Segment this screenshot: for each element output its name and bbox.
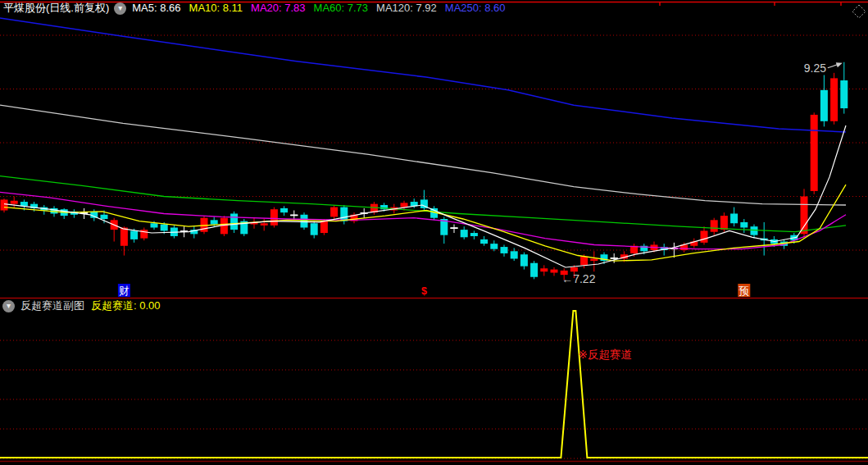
stock-title: 平煤股份(日线.前复权) [3,2,109,14]
candle [590,251,598,271]
candle [261,219,268,230]
candle [611,253,618,263]
candle [701,226,708,244]
ma-values: MA5: 8.66MA10: 8.11MA20: 7.83MA60: 7.73M… [132,2,513,14]
ma-value-ma20: MA20: 7.83 [251,2,306,14]
event-marker[interactable]: 预 [738,284,750,297]
candle [530,261,538,279]
candle [40,205,48,215]
chevron-down-icon[interactable]: ▾ [114,2,126,15]
ma-value-ma10: MA10: 8.11 [189,2,243,14]
header-bar: 平煤股份(日线.前复权)▾MA5: 8.66MA10: 8.11MA20: 7.… [3,1,514,15]
candle [740,219,748,233]
candle [11,197,18,208]
candle [70,209,78,217]
ma5-line [4,125,846,267]
diamond-icon[interactable] [852,5,866,18]
candle [690,239,698,248]
candle [230,212,238,233]
ma-value-ma120: MA120: 7.92 [376,2,437,14]
chevron-down-icon[interactable]: ▾ [2,300,15,312]
indicator-panel-title: 反超赛道副图 [20,299,84,312]
candle [251,218,258,229]
signal-label: ※反超赛道 [578,349,631,361]
candle [220,216,228,236]
subpanel-header: ▾反超赛道副图反超赛道: 0.00 [2,299,161,312]
candle [120,226,128,255]
candle [451,225,458,233]
high-price-annotation: 9.25 [804,62,826,75]
ma-value-ma5: MA5: 8.66 [132,2,180,14]
candle [140,227,148,240]
indicator-name: 反超赛道: [91,299,137,312]
svg-text:$: $ [421,285,427,297]
candle [490,240,498,251]
candle [730,207,738,227]
candle [520,253,528,270]
candle [240,219,248,236]
candle [551,267,558,276]
indicator-value-label: 反超赛道: 0.00 [91,299,161,312]
candlestick-series [1,62,848,280]
candle [811,112,818,194]
candle [501,244,508,256]
low-price-annotation: ←7.22 [561,272,595,285]
candle [270,207,278,228]
candle [751,225,758,239]
indicator-line [0,311,868,458]
indicator-value: 0.00 [139,299,160,312]
svg-text:预: 预 [738,285,750,297]
candle [330,205,338,219]
candle [351,212,358,223]
event-marker[interactable]: $ [421,285,427,297]
high-annotation-arrowhead [836,62,843,67]
candle [480,236,488,246]
ma10-line [4,185,846,261]
candle [830,73,838,125]
candle [190,226,198,238]
ma-value-ma60: MA60: 7.73 [314,2,369,14]
candle [61,208,68,219]
candle [301,212,308,230]
candle [280,206,288,216]
candle [820,75,828,126]
candle [340,205,348,225]
ma120-line [0,105,846,205]
candle [540,265,548,276]
candle [1,198,8,212]
candle [461,226,468,239]
candle [711,218,718,235]
event-marker[interactable]: 财 [118,284,130,297]
ma-value-ma250: MA250: 8.60 [445,2,506,14]
candle [840,62,848,114]
svg-text:财: 财 [119,285,130,297]
candle [311,221,318,239]
candle [111,218,118,242]
chart-canvas[interactable]: 9.25←7.22财$预※反超赛道 [0,0,868,465]
candle [470,230,478,239]
